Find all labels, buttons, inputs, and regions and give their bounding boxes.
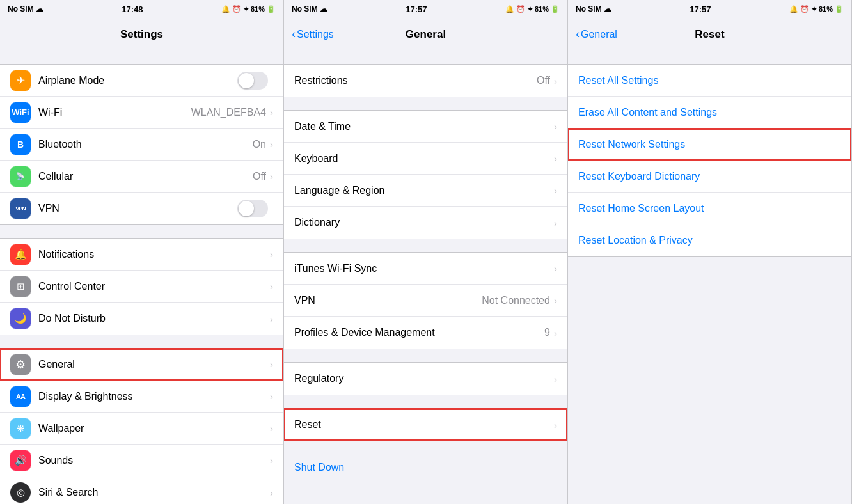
vpn-toggle[interactable]: [237, 200, 268, 217]
regulatory-section: Regulatory ›: [284, 362, 567, 395]
vpn-general-row[interactable]: VPN Not Connected ›: [284, 285, 567, 317]
vpn-row[interactable]: VPN VPN: [0, 193, 283, 224]
cellular-icon: 📡: [10, 166, 31, 187]
settings-panel: No SIM ☁ 17:48 🔔 ⏰ ✦ 81% 🔋 Settings ✈ Ai…: [0, 0, 284, 504]
general-label: General: [38, 359, 270, 370]
do-not-disturb-row[interactable]: 🌙 Do Not Disturb ›: [0, 303, 283, 335]
restrictions-label: Restrictions: [294, 75, 537, 86]
wallpaper-row[interactable]: ❋ Wallpaper ›: [0, 413, 283, 445]
control-center-chevron: ›: [270, 281, 273, 292]
cellular-row[interactable]: 📡 Cellular Off ›: [0, 161, 283, 193]
wifi-value: WLAN_DEFBA4: [191, 107, 266, 118]
reset-network-label: Reset Network Settings: [578, 139, 841, 150]
notifications-icon: 🔔: [10, 244, 31, 265]
back-label-reset: General: [581, 29, 617, 40]
notifications-chevron: ›: [270, 249, 273, 260]
reset-location-row[interactable]: Reset Location & Privacy: [568, 224, 851, 256]
sounds-chevron: ›: [270, 455, 273, 466]
wifi-row[interactable]: WiFi Wi-Fi WLAN_DEFBA4 ›: [0, 97, 283, 129]
dictionary-row[interactable]: Dictionary ›: [284, 207, 567, 239]
battery-icons-1: 🔔 ⏰ ✦ 81% 🔋: [221, 5, 276, 13]
siri-chevron: ›: [270, 487, 273, 498]
reset-network-row[interactable]: Reset Network Settings: [568, 129, 851, 161]
bluetooth-icon: B: [10, 134, 31, 155]
regulatory-chevron: ›: [554, 374, 557, 384]
siri-search-row[interactable]: ◎ Siri & Search ›: [0, 476, 283, 504]
time-1: 17:48: [122, 4, 143, 14]
dictionary-chevron: ›: [554, 217, 557, 228]
restrictions-chevron: ›: [554, 75, 557, 86]
nav-title-reset: Reset: [695, 28, 724, 41]
reset-home-screen-row[interactable]: Reset Home Screen Layout: [568, 193, 851, 224]
reset-chevron-general: ›: [554, 420, 557, 430]
bluetooth-value: On: [253, 139, 266, 150]
restrictions-row[interactable]: Restrictions Off ›: [284, 65, 567, 97]
back-label-general: Settings: [297, 29, 334, 40]
display-brightness-row[interactable]: AA Display & Brightness ›: [0, 381, 283, 413]
status-bar-1: No SIM ☁ 17:48 🔔 ⏰ ✦ 81% 🔋: [0, 0, 283, 18]
date-time-label: Date & Time: [294, 121, 554, 132]
general-panel: No SIM ☁ 17:57 🔔 ⏰ ✦ 81% 🔋 ‹ Settings Ge…: [284, 0, 568, 504]
vpn-general-chevron: ›: [554, 295, 557, 306]
date-time-row[interactable]: Date & Time ›: [284, 111, 567, 143]
nav-bar-general: ‹ Settings General: [284, 18, 567, 51]
wifi-icon: WiFi: [10, 102, 31, 123]
dictionary-label: Dictionary: [294, 217, 554, 228]
nav-bar-settings: Settings: [0, 18, 283, 51]
profiles-row[interactable]: Profiles & Device Management 9 ›: [284, 317, 567, 349]
status-left-2: No SIM ☁: [292, 4, 327, 13]
airplane-mode-row[interactable]: ✈ Airplane Mode: [0, 65, 283, 97]
reset-back-button[interactable]: ‹ General: [576, 28, 617, 41]
siri-icon: ◎: [10, 482, 31, 503]
notifications-row[interactable]: 🔔 Notifications ›: [0, 239, 283, 271]
erase-all-row[interactable]: Erase All Content and Settings: [568, 97, 851, 129]
bluetooth-row[interactable]: B Bluetooth On ›: [0, 129, 283, 161]
airplane-label: Airplane Mode: [38, 75, 237, 86]
sounds-row[interactable]: 🔊 Sounds ›: [0, 445, 283, 476]
cellular-chevron: ›: [270, 171, 273, 182]
control-center-row[interactable]: ⊞ Control Center ›: [0, 271, 283, 303]
reset-keyboard-row[interactable]: Reset Keyboard Dictionary: [568, 161, 851, 193]
do-not-disturb-icon: 🌙: [10, 308, 31, 329]
notifications-label: Notifications: [38, 249, 270, 260]
status-left-1: No SIM ☁: [8, 4, 43, 13]
sounds-label: Sounds: [38, 455, 270, 466]
reset-panel: No SIM ☁ 17:57 🔔 ⏰ ✦ 81% 🔋 ‹ General Res…: [568, 0, 852, 504]
do-not-disturb-chevron: ›: [270, 313, 273, 324]
general-row[interactable]: ⚙ General ›: [0, 349, 283, 381]
language-chevron: ›: [554, 185, 557, 196]
wallpaper-icon: ❋: [10, 418, 31, 439]
keyboard-label: Keyboard: [294, 153, 554, 164]
vpn-general-value: Not Connected: [482, 295, 550, 306]
general-back-button[interactable]: ‹ Settings: [292, 28, 334, 41]
profiles-value: 9: [544, 327, 550, 338]
keyboard-chevron: ›: [554, 153, 557, 164]
date-time-chevron: ›: [554, 121, 557, 132]
airplane-toggle[interactable]: [237, 72, 268, 90]
display-icon: AA: [10, 386, 31, 407]
reset-row-general[interactable]: Reset ›: [284, 409, 567, 441]
reset-keyboard-label: Reset Keyboard Dictionary: [578, 171, 841, 182]
restrictions-value: Off: [537, 75, 550, 86]
keyboard-row[interactable]: Keyboard ›: [284, 143, 567, 175]
itunes-wifi-row[interactable]: iTunes Wi-Fi Sync ›: [284, 253, 567, 285]
status-right-1: 🔔 ⏰ ✦ 81% 🔋: [221, 5, 276, 13]
sounds-icon: 🔊: [10, 450, 31, 471]
language-region-row[interactable]: Language & Region ›: [284, 175, 567, 207]
status-right-2: 🔔 ⏰ ✦ 81% 🔋: [505, 5, 560, 13]
reset-list: Reset All Settings Erase All Content and…: [568, 51, 851, 504]
sim-status-1: No SIM ☁: [8, 4, 43, 13]
reset-all-settings-row[interactable]: Reset All Settings: [568, 65, 851, 97]
reset-label-general: Reset: [294, 419, 554, 430]
vpn-icon: VPN: [10, 198, 31, 219]
shutdown-link[interactable]: Shut Down: [284, 454, 567, 481]
regulatory-row[interactable]: Regulatory ›: [284, 363, 567, 395]
status-left-3: No SIM ☁: [576, 4, 611, 13]
nav-title-settings: Settings: [120, 28, 163, 41]
general-list: Restrictions Off › Date & Time › Keyboar…: [284, 51, 567, 504]
general-chevron: ›: [270, 359, 273, 370]
reset-location-label: Reset Location & Privacy: [578, 235, 841, 246]
profiles-chevron: ›: [554, 327, 557, 338]
back-chevron-general: ‹: [292, 28, 296, 41]
erase-all-label: Erase All Content and Settings: [578, 107, 841, 118]
